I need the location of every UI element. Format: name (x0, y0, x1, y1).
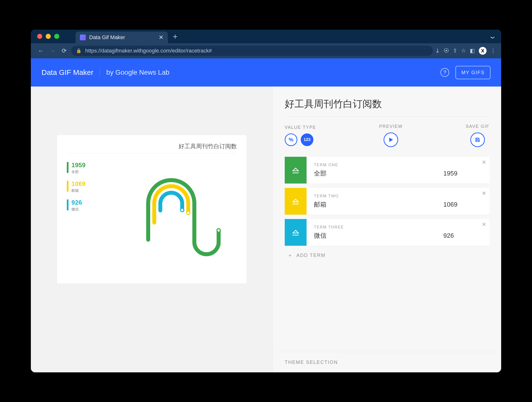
preview-pane: 好工具周刊竹白订阅数 1959 全部 1069 (31, 87, 273, 372)
term-color-swatch[interactable] (285, 157, 307, 184)
app-subtitle: by Google News Lab (106, 69, 169, 76)
mac-close-icon[interactable] (37, 34, 42, 39)
legend-item: 1069 邮箱 (67, 181, 86, 193)
legend-label: 微信 (71, 207, 82, 212)
reload-button[interactable]: ⟳ (60, 46, 69, 55)
svg-point-0 (180, 208, 184, 212)
term-color-swatch[interactable] (285, 219, 307, 246)
browser-window: Data Gif Maker ✕ ＋ ⌄ ← → ⟳ 🔒 https://dat… (31, 30, 501, 372)
app-header: Data GIF Maker by Google News Lab ? MY G… (31, 58, 501, 87)
legend-item: 1959 全部 (67, 162, 86, 174)
theme-selection-header[interactable]: THEME SELECTION (273, 352, 501, 372)
new-tab-button[interactable]: ＋ (171, 31, 179, 43)
legend-item: 926 微信 (67, 199, 86, 212)
toolbar-endicons: ⤓ ⦿ ⇪ ☆ ◧ X ⋮ (435, 47, 496, 55)
chrome-toolbar: ← → ⟳ 🔒 https://datagifmaker.withgoogle.… (31, 43, 501, 58)
preview-title: 好工具周刊竹白订阅数 (67, 142, 237, 153)
term-remove-button[interactable]: ✕ (482, 190, 486, 197)
term-remove-button[interactable]: ✕ (482, 221, 486, 228)
term-row: TERM TWO 邮箱 1069 ✕ (285, 188, 489, 215)
tab-favicon-icon (80, 35, 86, 40)
legend-color-icon (67, 199, 69, 210)
term-header: TERM TWO (314, 194, 434, 198)
mac-window-controls (37, 34, 59, 39)
preview-control: PREVIEW (379, 124, 403, 147)
save-gif-button[interactable] (470, 132, 485, 147)
editor-controls: VALUE TYPE % 123 PREVIEW (273, 117, 501, 154)
kebab-menu-icon[interactable]: ⋮ (490, 48, 496, 54)
tab-title: Data Gif Maker (89, 34, 125, 41)
install-icon[interactable]: ⤓ (435, 48, 440, 54)
browser-tab[interactable]: Data Gif Maker ✕ (76, 32, 168, 43)
add-term-label: ADD TERM (296, 253, 326, 258)
add-term-button[interactable]: ＋ ADD TERM (273, 248, 501, 262)
editor-panel: 好工具周刊竹白订阅数 VALUE TYPE % 123 PREVIEW (273, 87, 501, 372)
legend-label: 邮箱 (71, 188, 86, 193)
term-value-input[interactable]: 926 (443, 232, 482, 239)
chrome-tabstrip: Data Gif Maker ✕ ＋ ⌄ (31, 30, 501, 43)
save-icon (475, 137, 480, 142)
terms-list: TERM ONE 全部 1959 ✕ (273, 154, 501, 248)
term-header: TERM THREE (314, 225, 434, 229)
legend-color-icon (67, 162, 69, 173)
legend-color-icon (67, 181, 69, 192)
legend-value: 926 (71, 199, 82, 206)
term-remove-button[interactable]: ✕ (482, 159, 486, 166)
svg-marker-3 (389, 138, 393, 142)
lock-icon: 🔒 (76, 48, 81, 53)
profile-avatar[interactable]: X (479, 47, 487, 55)
legend-value: 1069 (71, 181, 86, 187)
term-value-label (443, 194, 482, 199)
term-name-input[interactable]: 全部 (314, 169, 434, 178)
help-icon[interactable]: ? (440, 68, 449, 77)
appbar-divider (100, 68, 100, 77)
bookmark-icon[interactable]: ☆ (461, 48, 466, 54)
value-type-number[interactable]: 123 (301, 133, 313, 146)
term-row: TERM THREE 微信 926 ✕ (285, 219, 489, 246)
save-label: SAVE GIF (466, 124, 489, 129)
racetrack-chart (137, 167, 230, 269)
app-body: 好工具周刊竹白订阅数 1959 全部 1069 (31, 87, 501, 372)
preview-legend: 1959 全部 1069 邮箱 (67, 162, 86, 212)
svg-point-1 (187, 211, 190, 215)
omnibox-url: https://datagifmaker.withgoogle.com/edit… (85, 48, 212, 54)
preview-card: 好工具周刊竹白订阅数 1959 全部 1069 (57, 135, 247, 283)
value-type-percent[interactable]: % (285, 133, 297, 146)
mac-minimize-icon[interactable] (46, 34, 51, 39)
play-icon (388, 137, 394, 142)
term-name-input[interactable]: 微信 (314, 231, 434, 240)
value-type-label: VALUE TYPE (285, 125, 316, 130)
svg-point-2 (217, 229, 220, 232)
paint-bucket-icon (292, 166, 300, 174)
term-value-input[interactable]: 1959 (443, 170, 482, 177)
paint-bucket-icon (292, 228, 300, 236)
term-value-label (443, 163, 482, 168)
sidepanel-icon[interactable]: ◧ (470, 48, 475, 54)
back-button[interactable]: ← (36, 46, 45, 55)
legend-label: 全部 (71, 170, 86, 174)
preview-play-button[interactable] (384, 132, 398, 147)
term-value-input[interactable]: 1069 (443, 201, 482, 208)
term-name-input[interactable]: 邮箱 (314, 200, 434, 209)
term-value-label (443, 226, 482, 230)
zoom-icon[interactable]: ⦿ (444, 48, 449, 54)
paint-bucket-icon (292, 197, 300, 205)
plus-icon: ＋ (288, 252, 293, 259)
tab-close-icon[interactable]: ✕ (159, 34, 163, 41)
preview-label: PREVIEW (379, 124, 403, 129)
share-icon[interactable]: ⇪ (453, 48, 457, 54)
mac-zoom-icon[interactable] (54, 34, 59, 39)
app-title: Data GIF Maker (42, 68, 93, 77)
term-color-swatch[interactable] (285, 188, 307, 215)
omnibox[interactable]: 🔒 https://datagifmaker.withgoogle.com/ed… (71, 46, 433, 56)
save-control: SAVE GIF (466, 124, 489, 147)
value-type-control: VALUE TYPE % 123 (285, 125, 316, 146)
forward-button[interactable]: → (48, 46, 57, 55)
legend-value: 1959 (71, 162, 86, 168)
my-gifs-button[interactable]: MY GIFS (455, 66, 490, 79)
tabs-overflow-icon[interactable]: ⌄ (488, 33, 497, 40)
term-row: TERM ONE 全部 1959 ✕ (285, 157, 489, 184)
term-header: TERM ONE (314, 163, 434, 167)
gif-title-input[interactable]: 好工具周刊竹白订阅数 (273, 87, 501, 116)
